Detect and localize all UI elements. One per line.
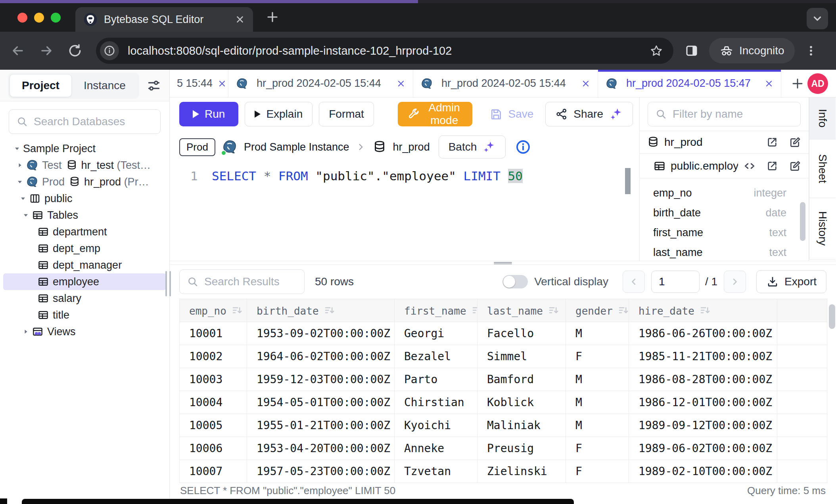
table-cell[interactable]: 1953-04-20T00:00:00Z bbox=[247, 437, 395, 460]
export-button[interactable]: Export bbox=[756, 270, 826, 293]
browser-tab[interactable]: Bytebase SQL Editor bbox=[75, 7, 253, 32]
table-cell[interactable]: 1986-06-26T00:00:00Z bbox=[629, 322, 777, 345]
tree-item-hr-prod[interactable]: Prodhr_prod (Pr… bbox=[3, 174, 166, 190]
table-cell[interactable]: 1957-05-23T00:00:00Z bbox=[247, 460, 395, 483]
table-cell[interactable]: F bbox=[566, 437, 629, 460]
tree-settings-icon[interactable] bbox=[146, 78, 161, 93]
tree-item-dept-emp[interactable]: dept_emp bbox=[3, 240, 166, 257]
table-row[interactable]: 100031959-12-03T00:00:00ZPartoBamfordM19… bbox=[180, 368, 827, 391]
vtab-history[interactable]: History bbox=[809, 198, 836, 260]
table-cell[interactable]: 1985-11-21T00:00:00Z bbox=[629, 345, 777, 368]
table-cell[interactable]: 1953-09-02T00:00:00Z bbox=[247, 322, 395, 345]
sort-icon[interactable] bbox=[699, 304, 711, 316]
column-row-birth_date[interactable]: birth_datedate bbox=[640, 203, 809, 223]
share-button[interactable]: Share bbox=[545, 102, 633, 126]
explain-button[interactable]: Explain bbox=[245, 102, 313, 126]
tab-instance[interactable]: Instance bbox=[72, 74, 138, 97]
next-page-button[interactable] bbox=[724, 271, 746, 293]
admin-mode-button[interactable]: Admin mode bbox=[398, 102, 473, 126]
minimize-window-button[interactable] bbox=[34, 13, 44, 23]
table-row[interactable]: 100011953-09-02T00:00:00ZGeorgiFacelloM1… bbox=[180, 322, 827, 345]
close-icon[interactable] bbox=[217, 79, 227, 88]
table-cell[interactable]: 10007 bbox=[180, 460, 247, 483]
caret-right-icon[interactable] bbox=[20, 327, 32, 336]
column-row-emp_no[interactable]: emp_nointeger bbox=[640, 183, 809, 203]
table-cell[interactable]: 10006 bbox=[180, 437, 247, 460]
bookmark-star-icon[interactable] bbox=[650, 44, 663, 57]
table-cell[interactable]: 1954-05-01T00:00:00Z bbox=[247, 391, 395, 414]
sidebar-resize-handle[interactable] bbox=[165, 271, 171, 296]
table-cell[interactable]: M bbox=[566, 391, 629, 414]
schema-database-row[interactable]: hr_prod bbox=[640, 131, 809, 154]
caret-down-icon[interactable] bbox=[20, 210, 32, 220]
tree-item-views[interactable]: Views bbox=[3, 323, 166, 340]
table-cell[interactable]: Anneke bbox=[395, 437, 477, 460]
table-cell[interactable]: Tzvetan bbox=[395, 460, 477, 483]
url-field[interactable]: localhost:8080/sql-editor/prod-sample-in… bbox=[96, 38, 673, 64]
window-controls[interactable] bbox=[17, 13, 61, 23]
browser-menu-icon[interactable] bbox=[804, 44, 818, 57]
tree-item-public[interactable]: public bbox=[3, 190, 166, 207]
tree-item-title[interactable]: title bbox=[3, 307, 166, 323]
editor-tab-1[interactable]: hr_prod 2024-02-05 15:44 bbox=[228, 70, 413, 97]
batch-button[interactable]: Batch bbox=[439, 136, 506, 158]
column-row-last_name[interactable]: last_nametext bbox=[640, 242, 809, 261]
table-scrollbar[interactable] bbox=[829, 304, 835, 329]
column-header-hire_date[interactable]: hire_date bbox=[629, 299, 777, 322]
tab-search-button[interactable] bbox=[807, 8, 828, 29]
table-cell[interactable]: Georgi bbox=[395, 322, 477, 345]
table-cell[interactable]: 1955-01-21T00:00:00Z bbox=[247, 414, 395, 437]
table-cell[interactable]: Zielinski bbox=[477, 460, 566, 483]
table-cell[interactable]: Maliniak bbox=[477, 414, 566, 437]
editor-tab-2[interactable]: hr_prod 2024-02-05 15:44 bbox=[413, 70, 598, 97]
site-info-icon[interactable] bbox=[100, 41, 119, 60]
column-header-emp_no[interactable]: emp_no bbox=[180, 299, 247, 322]
instance-name[interactable]: Prod Sample Instance bbox=[244, 141, 349, 153]
table-row[interactable]: 100061953-04-20T00:00:00ZAnnekePreusigF1… bbox=[180, 437, 827, 460]
table-row[interactable]: 100021964-06-02T00:00:00ZBezalelSimmelF1… bbox=[180, 345, 827, 368]
table-row[interactable]: 100051955-01-21T00:00:00ZKyoichiMaliniak… bbox=[180, 414, 827, 437]
sort-icon[interactable] bbox=[471, 304, 477, 316]
info-circle-icon[interactable] bbox=[515, 139, 531, 155]
tree-item-employee[interactable]: employee bbox=[3, 273, 166, 290]
tab-project[interactable]: Project bbox=[10, 74, 72, 97]
editor-tab-3[interactable]: hr_prod 2024-02-05 15:47 bbox=[598, 70, 781, 97]
column-header-gender[interactable]: gender bbox=[566, 299, 629, 322]
table-cell[interactable]: 10001 bbox=[180, 322, 247, 345]
table-cell[interactable]: M bbox=[566, 322, 629, 345]
vtab-sheet[interactable]: Sheet bbox=[809, 139, 836, 198]
table-cell[interactable]: 1989-06-02T00:00:00Z bbox=[629, 437, 777, 460]
editor-scrollbar[interactable] bbox=[625, 168, 631, 194]
table-cell[interactable]: 10005 bbox=[180, 414, 247, 437]
table-cell[interactable]: 10004 bbox=[180, 391, 247, 414]
user-avatar[interactable]: AD bbox=[807, 73, 828, 94]
table-cell[interactable]: 1989-02-10T00:00:00Z bbox=[629, 460, 777, 483]
column-header-first_name[interactable]: first_name bbox=[395, 299, 477, 322]
table-cell[interactable]: 10003 bbox=[180, 368, 247, 391]
tree-item-salary[interactable]: salary bbox=[3, 290, 166, 307]
tab-close-icon[interactable] bbox=[235, 14, 245, 25]
table-cell[interactable]: Kyoichi bbox=[395, 414, 477, 437]
table-row[interactable]: 100071957-05-23T00:00:00ZTzvetanZielinsk… bbox=[180, 460, 827, 483]
table-cell[interactable]: Facello bbox=[477, 322, 566, 345]
tree-item-hr-test[interactable]: Testhr_test (Test… bbox=[3, 157, 166, 174]
vertical-display-toggle[interactable] bbox=[502, 275, 528, 288]
page-number-input[interactable] bbox=[651, 271, 700, 293]
table-row[interactable]: 100041954-05-01T00:00:00ZChirstianKoblic… bbox=[180, 391, 827, 414]
sql-editor[interactable]: 1 SELECT * FROM "public"."employee" LIMI… bbox=[170, 163, 639, 261]
prev-page-button[interactable] bbox=[623, 271, 645, 293]
side-panel-icon[interactable] bbox=[685, 44, 699, 58]
tree-item-tables[interactable]: Tables bbox=[3, 207, 166, 223]
table-cell[interactable]: 10002 bbox=[180, 345, 247, 368]
caret-right-icon[interactable] bbox=[14, 160, 26, 170]
search-databases-input[interactable] bbox=[34, 115, 153, 128]
table-cell[interactable]: M bbox=[566, 368, 629, 391]
table-cell[interactable]: Bamford bbox=[477, 368, 566, 391]
table-cell[interactable]: Koblick bbox=[477, 391, 566, 414]
sort-icon[interactable] bbox=[617, 304, 629, 316]
table-cell[interactable]: Chirstian bbox=[395, 391, 477, 414]
search-results-input[interactable] bbox=[204, 275, 297, 288]
column-header-birth_date[interactable]: birth_date bbox=[247, 299, 395, 322]
table-cell[interactable]: Bezalel bbox=[395, 345, 477, 368]
edit-icon[interactable] bbox=[789, 160, 801, 172]
